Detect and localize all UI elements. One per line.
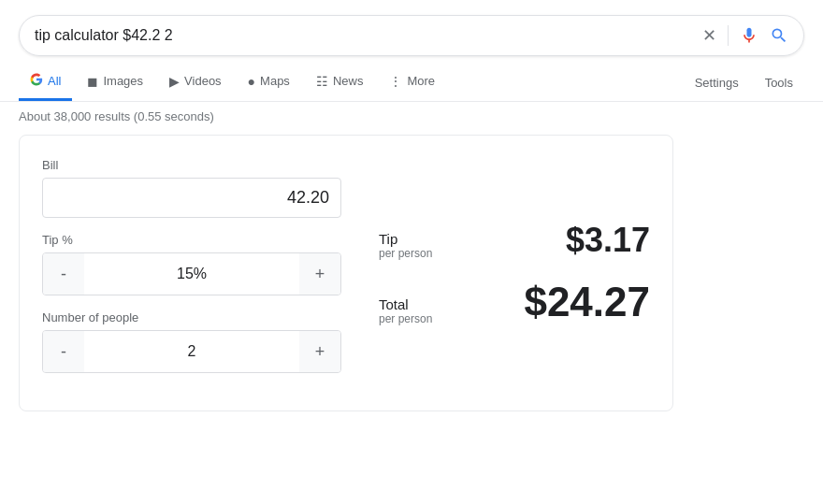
- close-icon[interactable]: ✕: [702, 25, 716, 46]
- tab-videos-label: Videos: [184, 74, 222, 88]
- nav-tabs: All ◼ Images ▶ Videos ● Maps ☷ News ⋮ Mo…: [0, 64, 823, 102]
- search-divider: [728, 25, 729, 46]
- tab-maps[interactable]: ● Maps: [237, 65, 301, 101]
- tab-more-label: More: [407, 74, 435, 88]
- tip-result-sub: per person: [379, 247, 432, 260]
- tab-news-label: News: [333, 74, 364, 88]
- search-button[interactable]: [770, 26, 788, 45]
- calculator-card: Bill Tip % - + Number of people - + Ti: [19, 135, 673, 411]
- people-label: Number of people: [42, 310, 341, 324]
- people-value[interactable]: [84, 334, 299, 369]
- videos-tab-icon: ▶: [169, 74, 180, 89]
- tip-value[interactable]: [84, 256, 299, 292]
- tab-all-label: All: [48, 74, 61, 88]
- people-minus-button[interactable]: -: [43, 331, 84, 372]
- total-result-label-block: Total per person: [379, 296, 432, 325]
- tip-plus-button[interactable]: +: [299, 253, 340, 295]
- nav-right: Settings Tools: [684, 66, 804, 99]
- tip-result-row: Tip per person $3.17: [379, 221, 650, 260]
- news-tab-icon: ☷: [316, 74, 328, 89]
- results-info: About 38,000 results (0.55 seconds): [0, 102, 823, 135]
- bill-input[interactable]: [42, 178, 341, 218]
- tab-videos[interactable]: ▶ Videos: [158, 65, 233, 101]
- calc-results: Tip per person $3.17 Total per person $2…: [379, 158, 650, 388]
- tab-images-label: Images: [103, 74, 143, 88]
- tab-images[interactable]: ◼ Images: [76, 65, 154, 101]
- images-tab-icon: ◼: [87, 74, 98, 89]
- tab-tools[interactable]: Tools: [754, 66, 804, 99]
- people-stepper: - +: [42, 330, 341, 373]
- all-tab-icon: [30, 73, 43, 89]
- tip-minus-button[interactable]: -: [43, 253, 84, 295]
- tab-settings[interactable]: Settings: [684, 66, 750, 99]
- total-result-value: $24.27: [524, 279, 650, 325]
- total-result-sub: per person: [379, 312, 432, 325]
- maps-tab-icon: ●: [248, 74, 255, 89]
- card-container: Bill Tip % - + Number of people - + Ti: [0, 135, 823, 411]
- tip-result-label-block: Tip per person: [379, 231, 432, 260]
- tab-news[interactable]: ☷ News: [305, 65, 375, 101]
- tab-more[interactable]: ⋮ More: [378, 65, 446, 101]
- total-result-row: Total per person $24.27: [379, 279, 650, 325]
- search-bar: ✕: [19, 15, 804, 56]
- mic-icon[interactable]: [740, 26, 758, 45]
- tip-stepper: - +: [42, 252, 341, 295]
- tab-all[interactable]: All: [19, 64, 72, 101]
- bill-label: Bill: [42, 158, 341, 172]
- more-tab-icon: ⋮: [389, 74, 402, 89]
- tip-result-label: Tip: [379, 231, 432, 247]
- tip-result-value: $3.17: [566, 221, 650, 260]
- nav-left: All ◼ Images ▶ Videos ● Maps ☷ News ⋮ Mo…: [19, 64, 684, 101]
- calc-inputs: Bill Tip % - + Number of people - +: [42, 158, 341, 388]
- tip-label: Tip %: [42, 233, 341, 247]
- search-icons: ✕: [702, 25, 788, 46]
- people-plus-button[interactable]: +: [299, 331, 340, 372]
- tab-maps-label: Maps: [260, 74, 290, 88]
- total-result-label: Total: [379, 296, 432, 312]
- search-input[interactable]: [35, 27, 702, 44]
- search-bar-container: ✕: [0, 0, 823, 64]
